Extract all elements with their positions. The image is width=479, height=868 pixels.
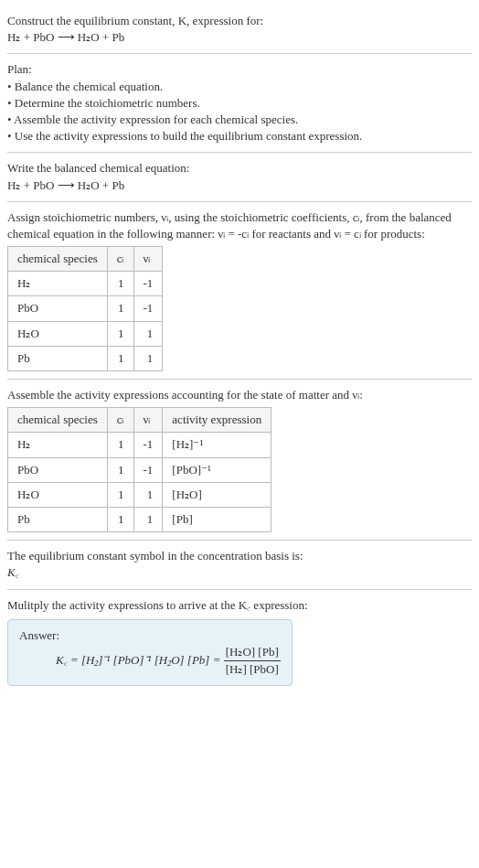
final-intro: Mulitply the activity expressions to arr… [7, 597, 472, 614]
col-vi: νᵢ [133, 247, 163, 272]
plan-section: Plan: • Balance the chemical equation. •… [7, 54, 472, 153]
table-row: Pb 1 1 [Pb] [8, 507, 271, 531]
fraction-numerator: [H₂O] [Pb] [224, 644, 281, 661]
col-expr: activity expression [163, 408, 271, 433]
cell-vi: -1 [133, 433, 163, 457]
answer-box: Answer: K꜀ = [H₂]⁻¹ [PbO]⁻¹ [H₂O] [Pb] =… [7, 619, 293, 687]
col-species: chemical species [8, 247, 108, 272]
cell-species: Pb [8, 346, 108, 370]
stoich-section: Assign stoichiometric numbers, νᵢ, using… [7, 202, 472, 380]
activity-section: Assemble the activity expressions accoun… [7, 380, 472, 541]
final-section: Mulitply the activity expressions to arr… [7, 590, 472, 694]
cell-ci: 1 [107, 457, 133, 482]
answer-label: Answer: [19, 627, 281, 644]
prompt-text: Construct the equilibrium constant, K, e… [7, 13, 472, 29]
cell-ci: 1 [107, 346, 133, 370]
table-row: Pb 1 1 [8, 346, 163, 370]
col-species: chemical species [8, 408, 108, 433]
cell-ci: 1 [107, 321, 133, 346]
col-vi: νᵢ [133, 408, 163, 433]
table-header-row: chemical species cᵢ νᵢ [8, 247, 163, 272]
kc-lhs: K꜀ = [H₂]⁻¹ [PbO]⁻¹ [H₂O] [Pb] = [56, 653, 224, 667]
cell-species: PbO [8, 296, 108, 321]
cell-vi: 1 [133, 507, 163, 531]
stoich-intro: Assign stoichiometric numbers, νᵢ, using… [7, 209, 472, 242]
cell-ci: 1 [107, 482, 133, 507]
plan-bullet: • Determine the stoichiometric numbers. [7, 95, 472, 112]
answer-expression: K꜀ = [H₂]⁻¹ [PbO]⁻¹ [H₂O] [Pb] = [H₂O] [… [19, 644, 281, 678]
cell-species: H₂ [8, 433, 108, 457]
table-row: PbO 1 -1 [8, 296, 163, 321]
cell-vi: -1 [133, 296, 163, 321]
activity-intro: Assemble the activity expressions accoun… [7, 387, 472, 403]
symbol-section: The equilibrium constant symbol in the c… [7, 541, 472, 589]
col-ci: cᵢ [107, 408, 133, 433]
cell-species: PbO [8, 457, 108, 482]
cell-expr: [H₂]⁻¹ [163, 433, 271, 457]
cell-vi: 1 [133, 346, 163, 370]
cell-vi: -1 [133, 272, 163, 296]
table-row: PbO 1 -1 [PbO]⁻¹ [8, 457, 271, 482]
fraction-denominator: [H₂] [PbO] [224, 661, 281, 678]
cell-ci: 1 [107, 296, 133, 321]
activity-table: chemical species cᵢ νᵢ activity expressi… [7, 407, 271, 532]
cell-species: H₂O [8, 321, 108, 346]
table-row: H₂O 1 1 [8, 321, 163, 346]
stoich-table: chemical species cᵢ νᵢ H₂ 1 -1 PbO 1 -1 … [7, 246, 163, 371]
balanced-title: Write the balanced chemical equation: [7, 160, 472, 177]
cell-ci: 1 [107, 507, 133, 531]
cell-expr: [Pb] [163, 507, 271, 531]
cell-expr: [H₂O] [163, 482, 271, 507]
cell-expr: [PbO]⁻¹ [163, 457, 271, 482]
kc-symbol: K꜀ [7, 564, 472, 581]
table-row: H₂O 1 1 [H₂O] [8, 482, 271, 507]
cell-ci: 1 [107, 272, 133, 296]
cell-vi: 1 [133, 482, 163, 507]
plan-bullet: • Use the activity expressions to build … [7, 128, 472, 145]
header-section: Construct the equilibrium constant, K, e… [7, 5, 472, 54]
cell-vi: -1 [133, 457, 163, 482]
kc-fraction: [H₂O] [Pb] [H₂] [PbO] [224, 644, 281, 678]
col-ci: cᵢ [107, 247, 133, 272]
cell-vi: 1 [133, 321, 163, 346]
symbol-intro: The equilibrium constant symbol in the c… [7, 548, 472, 564]
table-row: H₂ 1 -1 [8, 272, 163, 296]
table-header-row: chemical species cᵢ νᵢ activity expressi… [8, 408, 271, 433]
table-row: H₂ 1 -1 [H₂]⁻¹ [8, 433, 271, 457]
balanced-section: Write the balanced chemical equation: H₂… [7, 153, 472, 201]
plan-bullet: • Balance the chemical equation. [7, 79, 472, 95]
cell-ci: 1 [107, 433, 133, 457]
cell-species: H₂ [8, 272, 108, 296]
header-equation: H₂ + PbO ⟶ H₂O + Pb [7, 29, 472, 46]
cell-species: H₂O [8, 482, 108, 507]
cell-species: Pb [8, 507, 108, 531]
plan-title: Plan: [7, 61, 472, 78]
plan-bullet: • Assemble the activity expression for e… [7, 112, 472, 128]
balanced-equation: H₂ + PbO ⟶ H₂O + Pb [7, 177, 472, 194]
